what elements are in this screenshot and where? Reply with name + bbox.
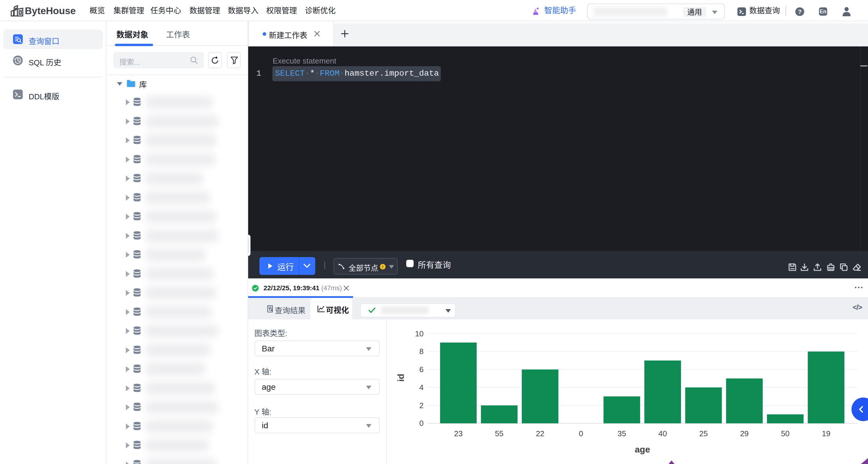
svg-text:10: 10 [415,329,424,338]
svg-text:0: 0 [419,419,423,428]
svg-text:22: 22 [536,429,545,438]
svg-text:50: 50 [781,429,789,438]
svg-text:55: 55 [495,429,503,438]
svg-text:6: 6 [419,365,423,374]
svg-text:35: 35 [617,429,626,438]
svg-text:id: id [396,374,406,382]
svg-text:29: 29 [740,429,749,438]
svg-text:40: 40 [658,429,667,438]
svg-text:25: 25 [699,429,708,438]
svg-text:23: 23 [454,429,463,438]
svg-text:4: 4 [419,383,423,392]
svg-text:19: 19 [822,429,831,438]
svg-text:0: 0 [579,429,583,438]
svg-text:age: age [635,444,650,454]
svg-text:2: 2 [419,401,423,410]
svg-text:8: 8 [419,347,423,356]
